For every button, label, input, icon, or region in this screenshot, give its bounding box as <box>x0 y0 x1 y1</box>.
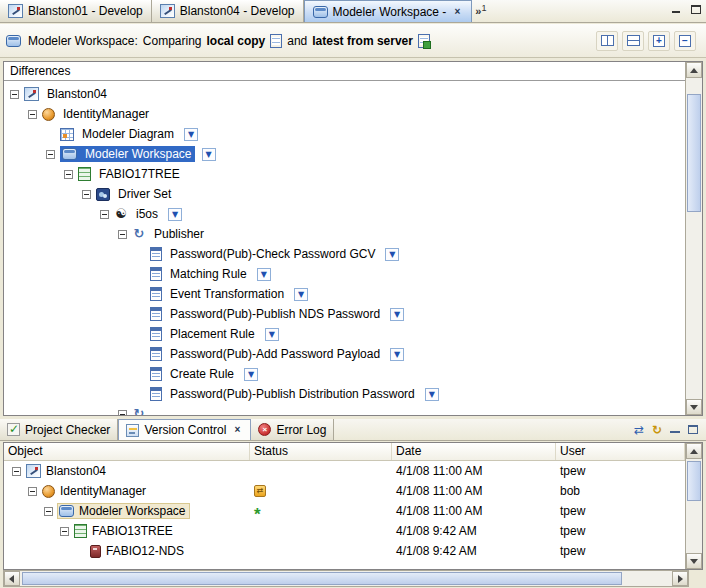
scroll-down-button[interactable] <box>686 399 702 415</box>
collapse-expander-icon[interactable] <box>60 527 69 536</box>
selected-object[interactable]: Modeler Workspace <box>58 504 189 518</box>
collapse-expander-icon[interactable] <box>10 90 19 99</box>
tab-project-checker[interactable]: Project Checker <box>0 419 118 440</box>
server-copy-label: latest from server <box>312 34 413 48</box>
tree-row[interactable]: Create Rule <box>4 364 685 384</box>
user-cell: tpew <box>556 461 685 481</box>
tree-row[interactable]: Password(Pub)-Publish NDS Password <box>4 304 685 324</box>
modeler-workspace-icon <box>6 35 21 47</box>
scroll-up-button[interactable] <box>686 443 702 459</box>
differences-vertical-scrollbar[interactable] <box>685 62 702 415</box>
tree-row[interactable]: Publisher <box>4 224 685 244</box>
tree-row[interactable]: Matching Rule <box>4 264 685 284</box>
scrollbar-corner <box>689 570 703 587</box>
scroll-track[interactable] <box>20 571 672 586</box>
collapse-all-button[interactable] <box>674 31 696 51</box>
table-row[interactable]: FABIO12-NDS 4/1/08 9:42 AM tpew <box>4 541 685 561</box>
table-row[interactable]: IdentityManager 4/1/08 11:00 AM bob <box>4 481 685 501</box>
tree-row[interactable]: Blanston04 <box>4 84 685 104</box>
tree-item-label: Driver Set <box>115 186 174 202</box>
policy-icon <box>150 307 162 321</box>
tree-item-label: Modeler Workspace <box>82 146 195 162</box>
scroll-track[interactable] <box>686 78 702 399</box>
collapse-expander-icon[interactable] <box>118 410 127 416</box>
collapse-expander-icon[interactable] <box>44 507 53 516</box>
table-header: Object Status Date User <box>4 443 685 461</box>
close-icon[interactable] <box>451 6 463 18</box>
window-buttons <box>672 5 701 14</box>
incoming-change-icon <box>294 288 308 301</box>
tab-blanston04[interactable]: Blanston04 - Develop <box>152 0 304 22</box>
column-header-date[interactable]: Date <box>392 443 556 460</box>
tree-row[interactable]: Password(Pub)-Add Password Payload <box>4 344 685 364</box>
collapse-expander-icon[interactable] <box>64 170 73 179</box>
collapse-expander-icon[interactable] <box>82 190 91 199</box>
tree-item-label: Blanston04 <box>44 86 110 102</box>
scroll-thumb[interactable] <box>687 461 701 501</box>
identity-manager-icon <box>42 108 55 121</box>
tab-blanston01[interactable]: Blanston01 - Develop <box>0 0 152 22</box>
split-vertical-button[interactable] <box>596 31 618 51</box>
expand-all-button[interactable] <box>648 31 670 51</box>
collapse-expander-icon[interactable] <box>118 230 127 239</box>
view-toolbar-buttons <box>634 424 698 436</box>
incoming-change-icon <box>257 268 271 281</box>
table-row-selected[interactable]: Modeler Workspace 4/1/08 11:00 AM tpew <box>4 501 685 521</box>
tree-row[interactable]: Password(Pub)-Publish Distribution Passw… <box>4 384 685 404</box>
scroll-down-button[interactable] <box>686 553 702 569</box>
collapse-expander-icon[interactable] <box>12 467 21 476</box>
minimize-view-icon[interactable] <box>670 425 680 434</box>
maximize-view-icon[interactable] <box>688 425 698 434</box>
version-control-table: Object Status Date User Blanston04 4/1/0… <box>3 442 703 570</box>
selected-tree-item[interactable]: Modeler Workspace <box>60 146 195 162</box>
project-icon <box>26 464 41 478</box>
object-label: FABIO12-NDS <box>106 544 184 558</box>
column-header-object[interactable]: Object <box>4 443 250 460</box>
close-icon[interactable] <box>231 424 243 436</box>
tree-row[interactable]: Event Transformation <box>4 284 685 304</box>
tree-row[interactable]: Password(Pub)-Check Password GCV <box>4 244 685 264</box>
tab-version-control[interactable]: Version Control <box>118 419 251 440</box>
tree-row[interactable]: Placement Rule <box>4 324 685 344</box>
tree-row-partial[interactable] <box>4 404 685 415</box>
scroll-track[interactable] <box>686 459 702 553</box>
minimize-icon[interactable] <box>672 5 682 14</box>
collapse-expander-icon[interactable] <box>46 150 55 159</box>
tree-row[interactable]: i5os <box>4 204 685 224</box>
tree-row[interactable]: Modeler Diagram <box>4 124 685 144</box>
collapse-all-icon <box>679 35 691 47</box>
yin-yang-icon <box>114 207 128 221</box>
scroll-left-button[interactable] <box>4 571 20 586</box>
differences-tree: Blanston04 IdentityManager Modeler Diagr… <box>4 81 685 415</box>
tree-row[interactable]: Driver Set <box>4 184 685 204</box>
tree-item-label: Password(Pub)-Publish Distribution Passw… <box>167 386 418 402</box>
scroll-thumb[interactable] <box>22 572 622 585</box>
scroll-up-button[interactable] <box>686 62 702 78</box>
status-cell <box>250 461 392 481</box>
scroll-right-button[interactable] <box>672 571 688 586</box>
tab-label: Error Log <box>276 423 326 437</box>
column-header-user[interactable]: User <box>556 443 685 460</box>
collapse-expander-icon[interactable] <box>100 210 109 219</box>
scroll-thumb[interactable] <box>687 94 701 212</box>
date-cell: 4/1/08 9:42 AM <box>392 521 556 541</box>
collapse-expander-icon[interactable] <box>28 487 37 496</box>
split-horizontal-button[interactable] <box>622 31 644 51</box>
tree-row[interactable]: FABIO17TREE <box>4 164 685 184</box>
server-copy-icon <box>418 34 430 48</box>
tab-error-log[interactable]: Error Log <box>251 419 334 440</box>
table-row[interactable]: Blanston04 4/1/08 11:00 AM tpew <box>4 461 685 481</box>
refresh-icon[interactable] <box>652 424 662 436</box>
collapse-expander-icon[interactable] <box>28 110 37 119</box>
table-horizontal-scrollbar[interactable] <box>3 570 689 587</box>
maximize-icon[interactable] <box>691 5 701 14</box>
sync-icon[interactable] <box>634 424 644 436</box>
tab-modeler-workspace[interactable]: Modeler Workspace - <box>304 0 473 22</box>
tab-overflow-chevron[interactable]: 1 <box>475 5 486 17</box>
table-row[interactable]: FABIO13TREE 4/1/08 9:42 AM tpew <box>4 521 685 541</box>
column-header-status[interactable]: Status <box>250 443 392 460</box>
policy-icon <box>150 347 162 361</box>
table-vertical-scrollbar[interactable] <box>685 443 702 569</box>
tree-row-selected[interactable]: Modeler Workspace <box>4 144 685 164</box>
tree-row[interactable]: IdentityManager <box>4 104 685 124</box>
